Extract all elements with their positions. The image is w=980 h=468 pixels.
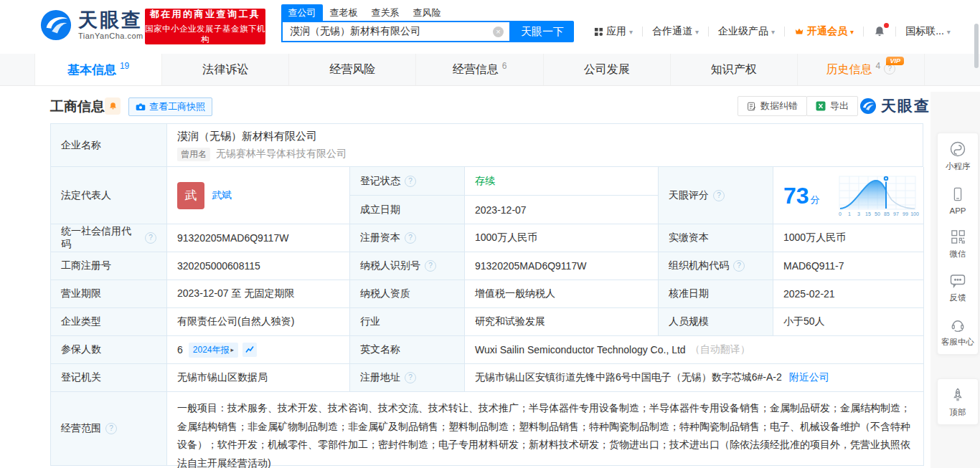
business-info-table: 企业名称 漠润（无锡）新材料有限公司 曾用名 无锡赛林半导体科技有限公司 法定代… xyxy=(50,123,923,466)
help-icon[interactable] xyxy=(105,423,117,434)
search-tab-risk[interactable]: 查风险 xyxy=(406,4,448,21)
tianyancha-company-page: 天眼查 TianYanCha.com 都在用的商业查询工具 国家中小企业发展子基… xyxy=(0,0,980,468)
notifications-button[interactable] xyxy=(873,25,886,38)
nav-divider xyxy=(895,27,896,37)
help-icon[interactable] xyxy=(733,260,745,272)
svg-text:50: 50 xyxy=(875,211,880,216)
search-tab-relation[interactable]: 查关系 xyxy=(364,4,406,21)
export-button[interactable]: 导出 xyxy=(806,96,858,116)
promo-line1: 都在用的商业查询工具 xyxy=(145,8,265,21)
score-value: 73 xyxy=(783,184,809,207)
help-icon[interactable] xyxy=(145,232,156,244)
field-label: 法定代表人 xyxy=(51,167,167,224)
data-correction-label: 数据纠错 xyxy=(760,100,798,113)
svg-text:3: 3 xyxy=(857,211,860,216)
nav-cooperation-label: 合作通道 xyxy=(652,25,692,38)
company-name-cell: 漠润（无锡）新材料有限公司 曾用名 无锡赛林半导体科技有限公司 xyxy=(167,124,923,167)
search-input[interactable] xyxy=(283,26,493,37)
sidebar-item-label: 反馈 xyxy=(950,292,966,303)
taxpayer-id: 91320205MAD6Q9117W xyxy=(465,252,659,280)
svg-text:97: 97 xyxy=(893,211,899,216)
tab-history-info[interactable]: 历史信息 4 VIP xyxy=(798,54,925,85)
registered-address: 无锡市锡山区安镇街道先锋中路6号中国电子（无锡）数字芯城6#-A-2 xyxy=(475,371,782,384)
field-label: 人员规模 xyxy=(659,308,773,336)
sidebar-item-miniprogram[interactable]: 小程序 xyxy=(938,133,978,178)
legal-rep-link[interactable]: 武斌 xyxy=(212,189,232,202)
registered-capital: 1000万人民币 xyxy=(465,224,659,252)
svg-text:1: 1 xyxy=(848,211,851,216)
field-label: 组织机构代码 xyxy=(659,252,773,280)
establish-date: 2023-12-07 xyxy=(465,196,659,224)
field-label: 企业类型 xyxy=(51,308,167,336)
help-icon[interactable] xyxy=(405,232,416,244)
help-icon[interactable] xyxy=(713,190,725,201)
sidebar-item-customer-service[interactable]: 客服中心 xyxy=(938,310,978,354)
nav-divider xyxy=(863,27,864,37)
business-snapshot-button[interactable]: 查看工商快照 xyxy=(128,97,212,116)
credit-code: 91320205MAD6Q9117W xyxy=(167,224,350,252)
help-icon[interactable] xyxy=(425,260,436,272)
tab-legal-litigation[interactable]: 法律诉讼 xyxy=(162,54,289,85)
help-icon[interactable] xyxy=(405,176,416,187)
field-label: 注册资本 xyxy=(350,224,465,252)
english-name-cell: Wuxi Sailin Semiconductor Technology Co.… xyxy=(465,336,924,364)
annual-report-link[interactable]: 2024年报 xyxy=(189,343,238,358)
label-text: 组织机构代码 xyxy=(669,259,729,272)
business-term: 2023-12-07 至 无固定期限 xyxy=(167,280,350,308)
nav-divider xyxy=(708,27,709,37)
site-logo[interactable]: 天眼查 TianYanCha.com xyxy=(39,9,143,42)
table-row: 登记机关 无锡市锡山区数据局 注册地址 无锡市锡山区安镇街道先锋中路6号中国电子… xyxy=(51,364,923,392)
nearby-companies-link[interactable]: 附近公司 xyxy=(789,371,829,384)
taxpayer-qualification: 增值税一般纳税人 xyxy=(465,280,659,308)
grid-icon xyxy=(594,27,603,37)
trend-chart-button[interactable] xyxy=(242,343,257,357)
search-button[interactable]: 天眼一下 xyxy=(511,21,574,42)
nav-cooperation[interactable]: 合作通道 xyxy=(652,25,699,38)
scrollbar-thumb[interactable] xyxy=(974,24,979,68)
data-correction-button[interactable]: 数据纠错 xyxy=(738,96,807,116)
nav-enterprise[interactable]: 企业级产品 xyxy=(718,25,775,38)
staff-size: 小于50人 xyxy=(773,308,924,336)
tab-operation-risk[interactable]: 经营风险 xyxy=(289,54,416,85)
tab-label: 经营信息 xyxy=(453,62,499,77)
search-tab-company[interactable]: 查公司 xyxy=(281,4,323,21)
clear-icon[interactable] xyxy=(493,27,504,37)
former-name: 无锡赛林半导体科技有限公司 xyxy=(216,148,347,161)
nav-vip-upgrade[interactable]: 开通会员 xyxy=(794,25,854,38)
logo-text: 天眼查 xyxy=(78,10,143,30)
field-label: 成立日期 xyxy=(350,196,465,224)
registration-number: 320205000608115 xyxy=(167,252,350,280)
sidebar-item-feedback[interactable]: 反馈 xyxy=(938,266,978,310)
label-text: 注册资本 xyxy=(360,231,400,244)
nav-account[interactable]: 国标联... xyxy=(905,25,951,38)
sidebar-item-app[interactable]: APP xyxy=(938,178,978,221)
back-to-top-label: 顶部 xyxy=(950,407,966,418)
nav-enterprise-label: 企业级产品 xyxy=(718,25,768,38)
score-unit: 分 xyxy=(811,194,820,206)
tab-company-development[interactable]: 公司发展 xyxy=(544,54,671,85)
business-scope-text: 一般项目：技术服务、技术开发、技术咨询、技术交流、技术转让、技术推广；半导体器件… xyxy=(177,392,913,468)
field-label: 工商注册号 xyxy=(51,252,167,280)
svg-text:100: 100 xyxy=(910,211,919,216)
svg-text:0: 0 xyxy=(839,211,842,216)
nav-apps[interactable]: 应用 xyxy=(594,25,633,38)
avatar[interactable]: 武 xyxy=(177,182,204,209)
snapshot-label: 查看工商快照 xyxy=(149,100,205,113)
tab-business-info[interactable]: 经营信息 6 xyxy=(416,54,543,85)
help-icon[interactable] xyxy=(405,372,416,383)
sidebar-item-wechat[interactable]: 微信 xyxy=(938,221,978,266)
svg-text:85: 85 xyxy=(884,211,890,216)
search-tab-boss[interactable]: 查老板 xyxy=(323,4,364,21)
tab-basic-info[interactable]: 基本信息 19 xyxy=(34,54,162,85)
subscribe-bell-button[interactable] xyxy=(105,97,121,115)
top-nav: 应用 合作通道 企业级产品 开通会员 国标联... xyxy=(594,22,951,42)
field-label: 登记状态 xyxy=(350,167,465,196)
tab-intellectual-property[interactable]: 知识产权 xyxy=(671,54,798,85)
table-row: 工商注册号 320205000608115 纳税人识别号 91320205MAD… xyxy=(51,252,923,280)
tab-label: 法律诉讼 xyxy=(202,62,248,77)
score-distribution-chart: 0 1 3 15 50 85 97 99 100 xyxy=(834,173,919,218)
label-text: 统一社会信用代码 xyxy=(61,225,141,251)
back-to-top-button[interactable]: 顶部 xyxy=(938,379,978,424)
auto-translate-note: （自动翻译） xyxy=(690,343,750,356)
org-code: MAD6Q911-7 xyxy=(773,252,924,280)
